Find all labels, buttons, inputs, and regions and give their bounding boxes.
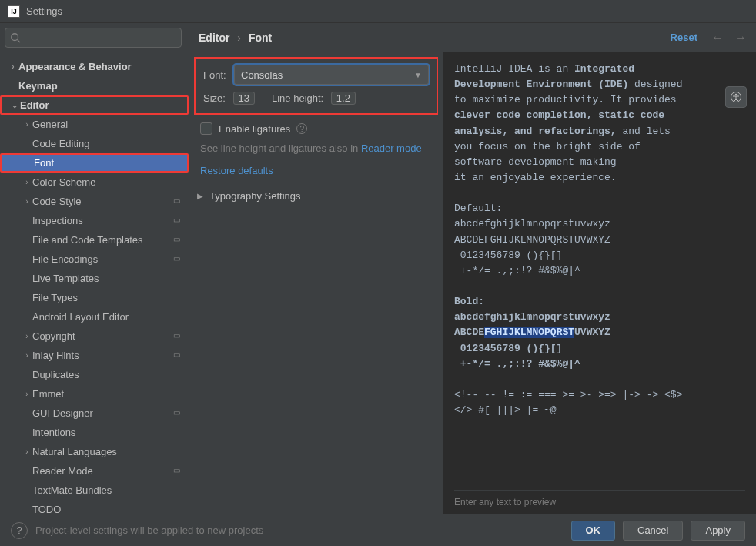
tree-item-gui-designer[interactable]: GUI Designer▭ — [0, 404, 189, 423]
tree-item-label: Natural Languages — [32, 446, 182, 457]
tree-item-code-editing[interactable]: Code Editing — [0, 134, 189, 153]
tree-item-color-scheme[interactable]: ›Color Scheme — [0, 173, 189, 192]
settings-search-input[interactable] — [5, 28, 182, 48]
tree-item-label: TODO — [32, 504, 182, 514]
tree-item-label: Editor — [20, 99, 181, 111]
tree-item-keymap[interactable]: Keymap — [0, 76, 189, 95]
tree-item-file-and-code-templates[interactable]: File and Code Templates▭ — [0, 230, 189, 250]
tree-item-android-layout-editor[interactable]: Android Layout Editor — [0, 307, 189, 327]
titlebar: IJ Settings — [0, 0, 756, 23]
help-button[interactable]: ? — [11, 522, 28, 539]
apply-button[interactable]: Apply — [691, 521, 745, 541]
font-label: Font: — [203, 69, 234, 81]
tree-item-label: Android Layout Editor — [32, 311, 182, 323]
back-arrow-icon[interactable]: ← — [711, 31, 724, 45]
breadcrumb-part-editor: Editor — [199, 32, 229, 44]
font-family-combo[interactable]: Consolas ▼ — [234, 65, 429, 85]
size-label: Size: — [203, 92, 226, 104]
chevron-icon: › — [22, 351, 32, 360]
project-scope-icon: ▭ — [170, 235, 182, 246]
chevron-icon: › — [22, 390, 32, 398]
tree-item-file-types[interactable]: File Types — [0, 288, 189, 307]
enable-ligatures-row[interactable]: Enable ligatures ? — [200, 122, 438, 135]
search-icon — [10, 32, 21, 43]
font-family-value: Consolas — [241, 69, 283, 81]
tree-item-label: Appearance & Behavior — [18, 61, 182, 72]
line-height-input[interactable]: 1.2 — [331, 92, 356, 105]
font-settings-panel: Font: Consolas ▼ Size: 13 Line height: 1… — [189, 52, 443, 514]
project-scope-icon: ▭ — [170, 331, 182, 342]
tree-item-label: GUI Designer — [32, 407, 170, 419]
tree-item-inlay-hints[interactable]: ›Inlay Hints▭ — [0, 346, 189, 365]
tree-item-label: Live Templates — [32, 273, 182, 284]
chevron-icon: › — [8, 62, 18, 71]
project-scope-icon: ▭ — [170, 466, 182, 477]
footer-note: Project-level settings will be applied t… — [35, 524, 263, 536]
typography-settings-expander[interactable]: ▶ Typography Settings — [197, 190, 438, 202]
restore-defaults-link[interactable]: Restore defaults — [200, 165, 438, 176]
settings-tree[interactable]: ›Appearance & BehaviorKeymap⌄Editor›Gene… — [0, 52, 189, 514]
tree-item-file-encodings[interactable]: File Encodings▭ — [0, 250, 189, 269]
breadcrumb-part-font: Font — [249, 32, 272, 44]
project-scope-icon: ▭ — [170, 216, 182, 226]
tree-item-inspections[interactable]: Inspections▭ — [0, 211, 189, 230]
line-height-label: Line height: — [272, 92, 323, 104]
tree-item-copyright[interactable]: ›Copyright▭ — [0, 327, 189, 346]
cancel-button[interactable]: Cancel — [623, 521, 683, 541]
chevron-icon: › — [22, 332, 32, 340]
project-scope-icon: ▭ — [170, 408, 182, 419]
chevron-down-icon: ▼ — [414, 71, 422, 79]
font-size-input[interactable]: 13 — [233, 92, 255, 105]
tree-item-emmet[interactable]: ›Emmet — [0, 384, 189, 404]
window-title: Settings — [26, 5, 62, 17]
help-icon[interactable]: ? — [296, 123, 307, 134]
ligatures-hint: See line height and ligatures also in Re… — [200, 142, 438, 154]
project-scope-icon: ▭ — [170, 254, 182, 265]
highlighted-font-controls: Font: Consolas ▼ Size: 13 Line height: 1… — [194, 57, 438, 115]
tree-item-label: TextMate Bundles — [32, 484, 182, 496]
tree-item-todo[interactable]: TODO — [0, 500, 189, 514]
tree-item-label: Inlay Hints — [32, 350, 170, 361]
preview-input-hint: Enter any text to preview — [454, 490, 745, 507]
tree-item-font[interactable]: Font — [0, 153, 189, 173]
chevron-right-icon: ▶ — [197, 192, 203, 200]
reset-link[interactable]: Reset — [671, 32, 697, 43]
tree-item-label: Reader Mode — [32, 465, 170, 477]
tree-item-label: File Types — [32, 292, 182, 303]
tree-item-natural-languages[interactable]: ›Natural Languages — [0, 442, 189, 461]
tree-item-live-templates[interactable]: Live Templates — [0, 269, 189, 288]
tree-item-label: General — [32, 119, 182, 130]
project-scope-icon: ▭ — [170, 196, 182, 207]
tree-item-duplicates[interactable]: Duplicates — [0, 365, 189, 384]
reader-mode-link[interactable]: Reader mode — [361, 142, 422, 154]
chevron-icon: ⌄ — [9, 101, 20, 109]
tree-item-label: Color Scheme — [32, 176, 182, 188]
tree-item-label: Emmet — [32, 388, 182, 400]
tree-item-label: File and Code Templates — [32, 234, 170, 246]
tree-item-general[interactable]: ›General — [0, 115, 189, 134]
tree-item-intentions[interactable]: Intentions — [0, 423, 189, 442]
topbar: Editor › Font Reset ← → — [0, 23, 756, 52]
tree-item-textmate-bundles[interactable]: TextMate Bundles — [0, 481, 189, 500]
main: ›Appearance & BehaviorKeymap⌄Editor›Gene… — [0, 52, 756, 514]
typography-settings-label: Typography Settings — [209, 190, 301, 202]
svg-line-1 — [18, 39, 21, 42]
chevron-icon: › — [22, 178, 32, 186]
svg-point-3 — [735, 94, 737, 95]
tree-item-appearance-behavior[interactable]: ›Appearance & Behavior — [0, 57, 189, 76]
tree-item-label: File Encodings — [32, 253, 170, 265]
forward-arrow-icon[interactable]: → — [734, 31, 747, 45]
accessibility-icon[interactable] — [725, 86, 747, 108]
tree-item-editor[interactable]: ⌄Editor — [0, 95, 189, 115]
ok-button[interactable]: OK — [571, 521, 616, 541]
preview-text[interactable]: IntelliJ IDEA is an Integrated Developme… — [454, 62, 745, 490]
breadcrumb-separator: › — [237, 32, 241, 44]
tree-item-label: Keymap — [18, 80, 182, 92]
tree-item-code-style[interactable]: ›Code Style▭ — [0, 192, 189, 211]
tree-item-label: Code Style — [32, 196, 170, 207]
tree-item-label: Intentions — [32, 427, 182, 438]
breadcrumb: Editor › Font — [199, 32, 272, 44]
enable-ligatures-checkbox[interactable] — [200, 122, 212, 135]
tree-item-reader-mode[interactable]: Reader Mode▭ — [0, 461, 189, 481]
font-preview-panel: IntelliJ IDEA is an Integrated Developme… — [443, 52, 756, 514]
